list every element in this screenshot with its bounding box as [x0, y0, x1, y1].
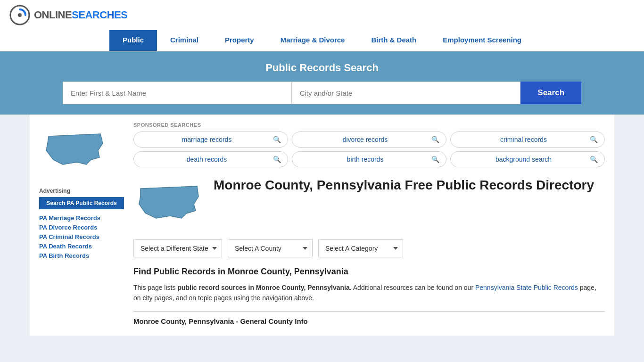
pa-map-large-icon [133, 177, 204, 229]
logo-icon [9, 5, 30, 25]
main-container: Advertising Search PA Public Records PA … [30, 115, 614, 336]
nav-item-employment[interactable]: Employment Screening [429, 30, 535, 51]
nav-item-marriage-divorce[interactable]: Marriage & Divorce [267, 30, 358, 51]
sponsored-item-text: divorce records [299, 136, 431, 143]
list-item: PA Death Records [39, 242, 124, 250]
sidebar-link-marriage[interactable]: PA Marriage Records [39, 214, 100, 222]
search-icon: 🔍 [590, 136, 598, 143]
logo[interactable]: ONLINESEARCHES [9, 5, 127, 25]
sponsored-grid: marriage records 🔍 divorce records 🔍 cri… [133, 132, 605, 167]
search-banner-title: Public Records Search [9, 62, 635, 74]
section-divider [133, 311, 605, 312]
search-icon: 🔍 [590, 156, 598, 163]
sponsored-item[interactable]: birth records 🔍 [292, 151, 446, 167]
search-icon: 🔍 [273, 156, 281, 163]
sponsored-item-text: birth records [299, 156, 431, 163]
state-dropdown[interactable]: Select a Different State [133, 239, 222, 257]
pa-state-map-icon [39, 122, 110, 179]
sponsored-item-text: criminal records [457, 136, 590, 143]
nav-item-criminal[interactable]: Criminal [157, 30, 212, 51]
search-button[interactable]: Search [520, 82, 581, 104]
sidebar-link-death[interactable]: PA Death Records [39, 243, 92, 250]
sponsored-item-text: death records [140, 156, 273, 163]
page-title: Monroe County, Pennsylvania Free Public … [214, 177, 594, 194]
sponsored-label: SPONSORED SEARCHES [133, 122, 605, 128]
main-nav: Public Criminal Property Marriage & Divo… [0, 30, 644, 51]
location-input[interactable] [292, 82, 521, 104]
sidebar-link-divorce[interactable]: PA Divorce Records [39, 224, 98, 231]
sponsored-item-text: background search [457, 156, 590, 163]
category-dropdown[interactable]: Select A Category [318, 239, 403, 257]
nav-item-birth-death[interactable]: Birth & Death [358, 30, 429, 51]
find-records-title: Find Public Records in Monroe County, Pe… [133, 267, 605, 277]
list-item: PA Marriage Records [39, 214, 124, 222]
nav-item-property[interactable]: Property [212, 30, 267, 51]
advertising-label: Advertising [39, 188, 124, 194]
list-item: PA Criminal Records [39, 233, 124, 240]
list-item: PA Birth Records [39, 252, 124, 259]
name-input[interactable] [63, 82, 292, 104]
sponsored-item[interactable]: death records 🔍 [133, 151, 288, 167]
sidebar: Advertising Search PA Public Records PA … [39, 122, 124, 328]
sidebar-link-birth[interactable]: PA Birth Records [39, 252, 89, 259]
search-form: Search [63, 82, 581, 104]
header: ONLINESEARCHES [0, 0, 644, 30]
search-icon: 🔍 [431, 156, 439, 163]
list-item: PA Divorce Records [39, 223, 124, 231]
search-icon: 🔍 [273, 136, 281, 143]
sponsored-item[interactable]: divorce records 🔍 [292, 132, 446, 148]
county-info-title: Monroe County, Pennsylvania - General Co… [133, 317, 605, 328]
search-banner: Public Records Search Search [0, 51, 644, 115]
sidebar-link-criminal[interactable]: PA Criminal Records [39, 233, 99, 240]
sponsored-item[interactable]: background search 🔍 [450, 151, 605, 167]
svg-point-1 [18, 13, 22, 17]
sponsored-item-text: marriage records [140, 136, 273, 143]
county-dropdown[interactable]: Select A County [228, 239, 313, 257]
sponsored-item[interactable]: marriage records 🔍 [133, 132, 288, 148]
page-title-section: Monroe County, Pennsylvania Free Public … [133, 177, 605, 230]
pa-records-link[interactable]: Pennsylvania State Public Records [475, 284, 578, 291]
state-map-large [133, 177, 204, 230]
state-map [39, 122, 124, 180]
sidebar-links: PA Marriage Records PA Divorce Records P… [39, 214, 124, 259]
content-area: SPONSORED SEARCHES marriage records 🔍 di… [133, 122, 605, 328]
sponsored-item[interactable]: criminal records 🔍 [450, 132, 605, 148]
sidebar-ad-button[interactable]: Search PA Public Records [39, 197, 124, 209]
logo-text: ONLINESEARCHES [34, 9, 127, 21]
find-records-text: This page lists public record sources in… [133, 282, 605, 304]
search-icon: 🔍 [431, 136, 439, 143]
nav-item-public[interactable]: Public [109, 30, 157, 51]
dropdown-row: Select a Different State Select A County… [133, 239, 605, 257]
